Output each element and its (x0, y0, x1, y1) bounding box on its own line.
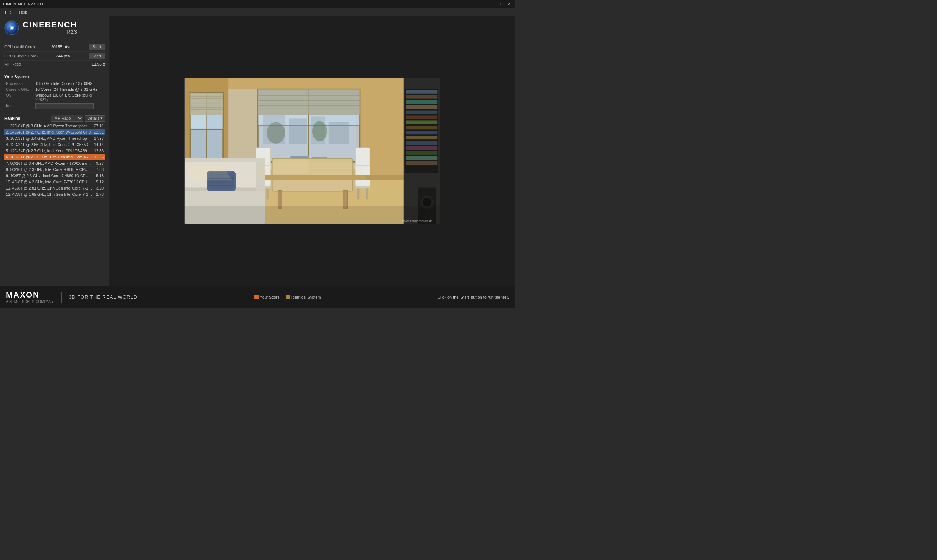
ranking-item-4[interactable]: 4. 12C/24T @ 2.66 GHz, Intel Xeon CPU X5… (5, 142, 105, 148)
system-info-table: Processor 13th Gen Intel Core i7-13700HX… (5, 80, 105, 110)
svg-rect-65 (267, 189, 269, 200)
ranking-item-text-4: 4. 12C/24T @ 2.66 GHz, Intel Xeon CPU X5… (6, 142, 92, 147)
titlebar-title: CINEBENCH R23.200 (3, 2, 43, 6)
svg-marker-103 (250, 162, 367, 180)
os-value: Windows 10, 64 Bit, Core (build 22621) (34, 92, 105, 103)
ranking-item-text-9: 9. 4C/8T @ 2.3 GHz, Intel Core i7-4850HQ… (6, 174, 92, 178)
svg-point-52 (312, 121, 327, 141)
mp-ratio-row: MP Ratio 11.56 x (5, 61, 105, 67)
ranking-item-2[interactable]: 2. 24C/48T @ 2.7 GHz, Intel Xeon W-3265M… (5, 129, 105, 135)
cinebench-logo-icon (5, 20, 19, 35)
svg-rect-86 (406, 136, 438, 140)
logo-title: CINEBENCH (23, 21, 77, 29)
multi-core-label: CPU (Multi Core) (5, 45, 35, 49)
ranking-item-3[interactable]: 3. 16C/32T @ 3.4 GHz, AMD Ryzen Threadri… (5, 135, 105, 142)
maxon-logo-block: MAXON A NEMETSCHEK COMPANY (6, 290, 54, 304)
multi-core-value: 20155 pts (51, 45, 69, 49)
svg-point-51 (267, 122, 285, 144)
ranking-item-score-4: 14.14 (92, 142, 103, 147)
ranking-item-text-11: 11. 4C/8T @ 2.81 GHz, 11th Gen Intel Cor… (6, 186, 92, 190)
ranking-item-text-8: 8. 8C/16T @ 2.3 GHz, Intel Core i9-9880H… (6, 167, 92, 172)
ranking-controls: MP Ratio Multi Core Single Core Details … (51, 115, 105, 122)
ranking-item-1[interactable]: 1. 32C/64T @ 3 GHz, AMD Ryzen Threadripp… (5, 123, 105, 129)
ranking-item-text-7: 7. 8C/16T @ 3.4 GHz, AMD Ryzen 7 1700X E… (6, 161, 92, 165)
ranking-title: Ranking (5, 116, 20, 120)
svg-point-106 (422, 198, 432, 206)
svg-rect-77 (406, 90, 438, 93)
ranking-item-8[interactable]: 8. 8C/16T @ 2.3 GHz, Intel Core i9-9880H… (5, 166, 105, 173)
processor-row: Processor 13th Gen Intel Core i7-13700HX (5, 80, 105, 86)
scores-section: CPU (Multi Core) 20155 pts Start CPU (Si… (5, 43, 105, 67)
ranking-item-text-6: 6. 16C/24T @ 2.31 GHz, 13th Gen Intel Co… (6, 155, 92, 159)
svg-rect-89 (406, 151, 438, 155)
ranking-item-score-8: 7.68 (92, 167, 103, 172)
logo-area: CINEBENCH R23 (5, 19, 105, 37)
multi-core-row: CPU (Multi Core) 20155 pts Start (5, 43, 105, 52)
svg-rect-87 (406, 141, 438, 145)
ranking-item-11[interactable]: 11. 4C/8T @ 2.81 GHz, 11th Gen Intel Cor… (5, 185, 105, 191)
ranking-item-score-2: 22.91 (92, 130, 103, 134)
ranking-item-9[interactable]: 9. 4C/8T @ 2.3 GHz, Intel Core i7-4850HQ… (5, 173, 105, 179)
svg-rect-72 (290, 155, 309, 158)
cores-label: Cores x GHz (5, 86, 34, 92)
ranking-item-12[interactable]: 12. 4C/8T @ 1.69 GHz, 11th Gen Intel Cor… (5, 191, 105, 198)
svg-rect-88 (406, 146, 438, 150)
cores-row: Cores x GHz 16 Cores, 24 Threads @ 2.31 … (5, 86, 105, 92)
svg-rect-84 (406, 126, 438, 129)
ranking-item-6[interactable]: 6. 16C/24T @ 2.31 GHz, 13th Gen Intel Co… (5, 154, 105, 160)
room-scene-svg: www.renderbaron.de (185, 78, 440, 224)
svg-rect-48 (288, 118, 307, 144)
details-button[interactable]: Details ▾ (85, 115, 105, 122)
your-score-legend-icon (254, 295, 259, 299)
menu-help[interactable]: Help (15, 9, 31, 15)
ranking-item-score-3: 17.27 (92, 136, 103, 140)
minimize-button[interactable]: ─ (492, 1, 497, 7)
svg-rect-73 (312, 156, 327, 158)
single-core-label: CPU (Single Core) (5, 54, 38, 58)
ranking-item-7[interactable]: 7. 8C/16T @ 3.4 GHz, AMD Ryzen 7 1700X E… (5, 160, 105, 166)
restore-button[interactable]: □ (499, 1, 505, 7)
legend-area: Your Score Identical System (254, 295, 321, 299)
details-chevron-icon: ▾ (100, 116, 103, 121)
ranking-list: 1. 32C/64T @ 3 GHz, AMD Ryzen Threadripp… (5, 123, 105, 283)
svg-rect-67 (355, 186, 370, 189)
ranking-item-score-6: 11.56 (92, 155, 103, 159)
logo-text-area: CINEBENCH R23 (23, 21, 77, 35)
svg-rect-90 (406, 156, 438, 160)
maxon-divider (61, 292, 62, 303)
svg-rect-78 (406, 95, 438, 98)
start-single-button[interactable]: Start (89, 53, 105, 59)
system-header: Your System (5, 75, 105, 79)
left-panel: CINEBENCH R23 CPU (Multi Core) 20155 pts… (0, 16, 110, 286)
svg-rect-91 (406, 161, 438, 165)
ranking-item-5[interactable]: 5. 12C/24T @ 2.7 GHz, Intel Xeon CPU E5-… (5, 148, 105, 154)
svg-rect-85 (406, 131, 438, 134)
ranking-item-score-1: 27.11 (92, 124, 103, 128)
mp-ratio-value: 11.56 x (91, 62, 105, 66)
menu-file[interactable]: File (2, 9, 15, 15)
svg-rect-70 (357, 189, 359, 200)
maxon-logo-text: MAXON (6, 290, 54, 300)
svg-rect-50 (329, 122, 349, 144)
ranking-item-text-12: 12. 4C/8T @ 1.69 GHz, 11th Gen Intel Cor… (6, 192, 92, 197)
info-input[interactable] (35, 103, 94, 109)
identical-system-legend: Identical System (286, 295, 321, 299)
status-text: Click on the 'Start' button to run the t… (438, 295, 509, 299)
ranking-item-10[interactable]: 10. 4C/8T @ 4.2 GHz, Intel Core i7-7700K… (5, 179, 105, 185)
info-value (34, 103, 105, 110)
cores-value: 16 Cores, 24 Threads @ 2.31 GHz (34, 86, 105, 92)
close-button[interactable]: ✕ (506, 1, 512, 7)
svg-rect-108 (185, 206, 440, 224)
ranking-item-score-10: 5.12 (92, 180, 103, 184)
your-score-legend: Your Score (254, 295, 280, 299)
logo-subtitle: R23 (23, 29, 77, 35)
start-multi-button[interactable]: Start (89, 43, 105, 50)
ranking-item-text-1: 1. 32C/64T @ 3 GHz, AMD Ryzen Threadripp… (6, 124, 92, 128)
titlebar: CINEBENCH R23.200 ─ □ ✕ (0, 0, 515, 8)
ranking-dropdown[interactable]: MP Ratio Multi Core Single Core (51, 115, 83, 122)
svg-rect-79 (406, 100, 438, 103)
svg-point-3 (11, 27, 13, 29)
processor-value: 13th Gen Intel Core i7-13700HX (34, 80, 105, 86)
ranking-item-text-2: 2. 24C/48T @ 2.7 GHz, Intel Xeon W-3265M… (6, 130, 92, 134)
right-panel: www.renderbaron.de (110, 16, 515, 286)
